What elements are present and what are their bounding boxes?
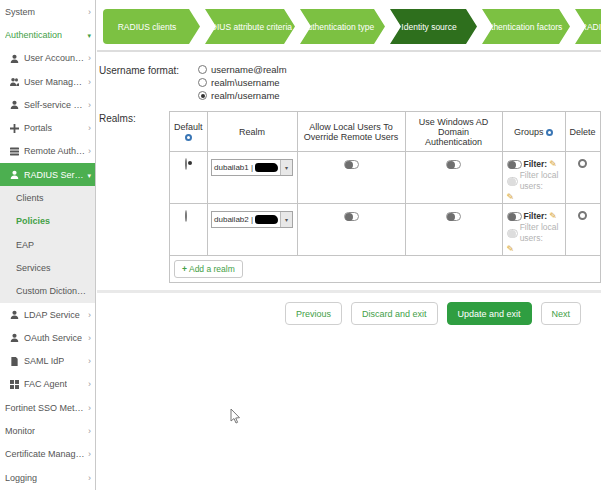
radio-button[interactable] — [198, 78, 207, 87]
sidebar-item-fac-agent[interactable]: FAC Agent — [0, 373, 95, 396]
wizard-step-radius-response[interactable]: RADIUS response — [575, 9, 601, 44]
chevron-right-icon — [86, 473, 91, 483]
sidebar-item-monitor[interactable]: Monitor — [0, 419, 95, 442]
realm-row-2: dubailab2 | ▾ Filter:✎ Filter local user… — [170, 204, 601, 256]
portal-plus-icon — [10, 124, 21, 133]
sidebar-item-portals[interactable]: Portals — [0, 116, 95, 139]
realm-select[interactable]: dubailab2 | ▾ — [211, 211, 293, 228]
wizard-breadcrumb: RADIUS clients RADIUS attribute criteria… — [103, 9, 601, 44]
chevron-down-icon — [85, 170, 91, 180]
windows-ad-toggle[interactable] — [446, 160, 461, 169]
previous-button[interactable]: Previous — [285, 302, 342, 325]
windows-ad-cell — [405, 204, 502, 256]
user-icon — [10, 100, 21, 109]
table-header-row: Default Realm Allow Local Users To Overr… — [170, 112, 601, 152]
edit-pencil-icon[interactable]: ✎ — [549, 159, 557, 170]
radio-option-username-at-realm[interactable]: username@realm — [198, 63, 287, 76]
allow-local-users-toggle[interactable] — [344, 160, 359, 169]
plus-icon — [182, 264, 187, 274]
realm-select[interactable]: dubailab1 | ▾ — [211, 159, 293, 176]
sidebar-item-logging[interactable]: Logging — [0, 466, 95, 489]
user-icon — [10, 170, 21, 179]
sidebar-item-self-service-portal[interactable]: Self-service Portal — [0, 93, 95, 116]
chevron-down-icon — [85, 30, 91, 40]
sidebar-item-custom-dictionaries[interactable]: Custom Dictionaries — [0, 280, 95, 303]
group-filter-toggle[interactable] — [507, 212, 522, 221]
content-divider — [97, 290, 601, 293]
sidebar-item-ldap-service[interactable]: LDAP Service — [0, 303, 95, 326]
filter-local-users-toggle — [507, 229, 518, 238]
allow-local-users-cell — [297, 152, 405, 204]
sidebar-item-policies[interactable]: Policies — [0, 210, 95, 233]
header-groups: Groups — [502, 112, 565, 152]
radio-option-realm-backslash-username[interactable]: realm\username — [198, 76, 287, 89]
radio-button[interactable] — [198, 65, 207, 74]
sidebar-item-fortinet-sso-methods[interactable]: Fortinet SSO Methods — [0, 396, 95, 419]
add-realm-cell: Add a realm — [170, 256, 601, 283]
sidebar-item-eap[interactable]: EAP — [0, 233, 95, 256]
sidebar-item-authentication[interactable]: Authentication — [0, 23, 95, 46]
realm-cell: dubailab1 | ▾ — [207, 152, 297, 204]
default-cell — [170, 152, 208, 204]
edit-pencil-icon[interactable]: ✎ — [507, 192, 515, 203]
edit-pencil-icon[interactable]: ✎ — [549, 211, 557, 222]
group-filter-toggle[interactable] — [507, 160, 522, 169]
chevron-right-icon — [86, 100, 91, 110]
add-realm-button[interactable]: Add a realm — [174, 260, 243, 278]
username-format-radio-group: username@realm realm\username realm/user… — [198, 63, 287, 102]
chevron-right-icon — [86, 356, 91, 366]
sidebar-item-user-management[interactable]: User Management — [0, 70, 95, 93]
user-icon — [10, 333, 21, 342]
realm-row-1: dubailab1 | ▾ Filter:✎ Filter local user… — [170, 152, 601, 204]
allow-local-users-toggle[interactable] — [344, 212, 359, 221]
delete-icon[interactable] — [578, 159, 587, 168]
wizard-step-radius-attribute-criteria[interactable]: RADIUS attribute criteria — [205, 9, 295, 44]
sidebar-item-saml-idp[interactable]: SAML IdP — [0, 349, 95, 372]
sidebar-item-clients[interactable]: Clients — [0, 186, 95, 209]
grid-icon — [10, 380, 21, 389]
update-and-exit-button[interactable]: Update and exit — [447, 302, 532, 325]
next-button[interactable]: Next — [541, 302, 582, 325]
groups-cell: Filter:✎ Filter local users: ✎ — [502, 204, 565, 256]
sidebar-item-services[interactable]: Services — [0, 256, 95, 279]
wizard-step-radius-clients[interactable]: RADIUS clients — [103, 9, 200, 44]
wizard-step-authentication-factors[interactable]: Authentication factors — [482, 9, 570, 44]
username-format-label: Username format: — [99, 65, 179, 76]
info-icon — [546, 129, 553, 136]
default-radio[interactable] — [185, 210, 187, 222]
document-icon — [10, 357, 21, 366]
wizard-step-authentication-type[interactable]: Authentication type — [300, 9, 385, 44]
default-cell — [170, 204, 208, 256]
default-radio-selected[interactable] — [185, 158, 187, 170]
discard-and-exit-button[interactable]: Discard and exit — [351, 302, 438, 325]
sidebar: System Authentication User Account Polic… — [0, 0, 96, 490]
delete-icon[interactable] — [578, 211, 587, 220]
realms-label: Realms: — [99, 113, 136, 124]
edit-pencil-icon[interactable]: ✎ — [507, 244, 515, 255]
radio-option-realm-slash-username[interactable]: realm/username — [198, 89, 287, 102]
header-realm: Realm — [207, 112, 297, 152]
sidebar-item-remote-auth-servers[interactable]: Remote Auth. Servers — [0, 140, 95, 163]
header-delete: Delete — [565, 112, 600, 152]
sidebar-item-radius-service[interactable]: RADIUS Service — [0, 163, 95, 186]
allow-local-users-cell — [297, 204, 405, 256]
sidebar-item-system[interactable]: System — [0, 0, 95, 23]
redacted-text — [255, 215, 278, 224]
radio-button-selected[interactable] — [198, 91, 207, 100]
wizard-nav-buttons: Previous Discard and exit Update and exi… — [285, 302, 581, 325]
sidebar-item-certificate-management[interactable]: Certificate Management — [0, 443, 95, 466]
sidebar-item-user-account-policies[interactable]: User Account Policies — [0, 47, 95, 70]
chevron-right-icon — [86, 379, 91, 389]
chevron-right-icon — [86, 333, 91, 343]
windows-ad-cell — [405, 152, 502, 204]
chevron-right-icon — [86, 146, 91, 156]
groups-cell: Filter:✎ Filter local users: ✎ — [502, 152, 565, 204]
windows-ad-toggle[interactable] — [446, 212, 461, 221]
chevron-right-icon — [86, 449, 91, 459]
table-footer-row: Add a realm — [170, 256, 601, 283]
sidebar-item-oauth-service[interactable]: OAuth Service — [0, 326, 95, 349]
info-icon — [185, 134, 192, 141]
realm-cell: dubailab2 | ▾ — [207, 204, 297, 256]
chevron-right-icon — [86, 53, 91, 63]
wizard-step-identity-source[interactable]: Identity source — [390, 9, 477, 44]
